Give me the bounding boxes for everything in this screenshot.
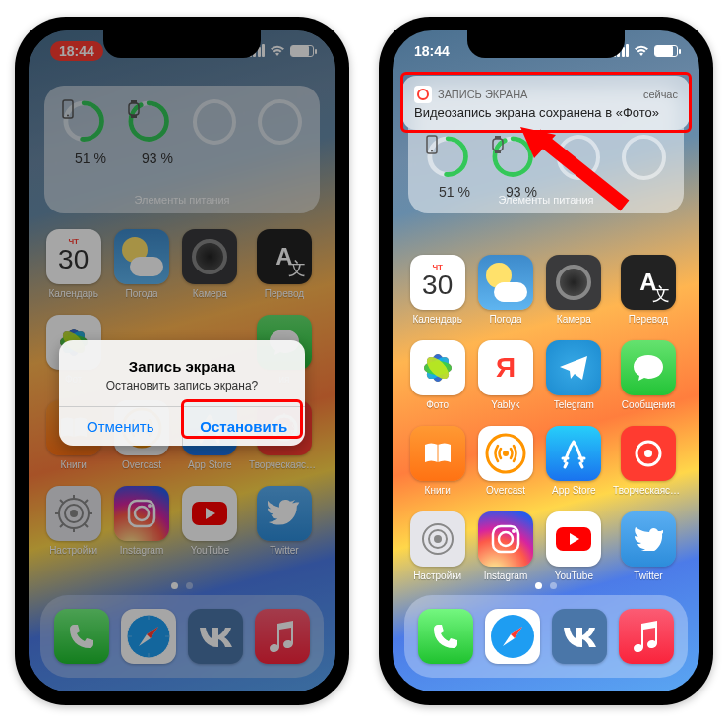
screen-recording-alert: Запись экрана Остановить запись экрана? … <box>59 340 305 446</box>
highlight-box <box>181 399 303 439</box>
app-overcast[interactable]: Overcast <box>476 426 534 496</box>
app-grid: ЧТ30Календарь Погода Камера Перевод Фото… <box>408 255 684 581</box>
svg-point-38 <box>431 150 433 151</box>
app-yablyk[interactable]: ЯYablyk <box>476 340 534 410</box>
app-weather[interactable]: Погода <box>476 255 534 325</box>
wifi-icon <box>634 45 649 57</box>
highlight-box <box>400 72 692 133</box>
app-calendar[interactable]: ЧТ30Календарь <box>408 255 466 325</box>
app-books[interactable]: Книги <box>408 426 466 496</box>
phone-right: 18:44 ЗАПИСЬ ЭКРАНА сейчас Видеозапись э… <box>379 17 713 705</box>
app-photos[interactable]: Фото <box>408 340 466 410</box>
svg-point-56 <box>644 450 652 457</box>
screen-right: 18:44 ЗАПИСЬ ЭКРАНА сейчас Видеозапись э… <box>393 30 699 691</box>
svg-point-61 <box>499 532 513 546</box>
alert-message: Остановить запись экрана? <box>75 379 289 392</box>
svg-point-62 <box>512 529 516 533</box>
svg-point-54 <box>503 451 509 456</box>
dock <box>404 595 688 678</box>
svg-rect-43 <box>495 150 501 153</box>
notch <box>467 30 625 58</box>
app-creative[interactable]: Творческаясту… <box>613 426 684 496</box>
dock-safari[interactable] <box>485 609 540 664</box>
dock-phone[interactable] <box>418 609 473 664</box>
page-indicator[interactable] <box>393 582 699 589</box>
dock-music[interactable] <box>619 609 674 664</box>
battery-icon <box>654 45 678 57</box>
time: 18:44 <box>414 43 450 59</box>
svg-rect-42 <box>495 136 501 139</box>
app-camera[interactable]: Камера <box>545 255 603 325</box>
screen-left: 18:44 51 %93 % Элементы <box>29 30 335 691</box>
app-twitter[interactable]: Twitter <box>613 511 684 581</box>
app-youtube[interactable]: YouTube <box>545 511 603 581</box>
app-instagram[interactable]: Instagram <box>476 511 534 581</box>
phone-left: 18:44 51 %93 % Элементы <box>15 17 349 705</box>
dock-vk[interactable] <box>552 609 607 664</box>
svg-point-59 <box>434 535 442 543</box>
app-translate[interactable]: Перевод <box>613 255 684 325</box>
svg-rect-41 <box>493 139 503 150</box>
app-appstore[interactable]: App Store <box>545 426 603 496</box>
alert-title: Запись экрана <box>75 358 289 375</box>
app-settings[interactable]: Настройки <box>408 511 466 581</box>
phone-battery-ring <box>426 135 469 180</box>
app-messages[interactable]: Сообщения <box>613 340 684 410</box>
alert-cancel-button[interactable]: Отменить <box>59 407 183 446</box>
arrow-annotation <box>516 127 635 215</box>
app-telegram[interactable]: Telegram <box>545 340 603 410</box>
